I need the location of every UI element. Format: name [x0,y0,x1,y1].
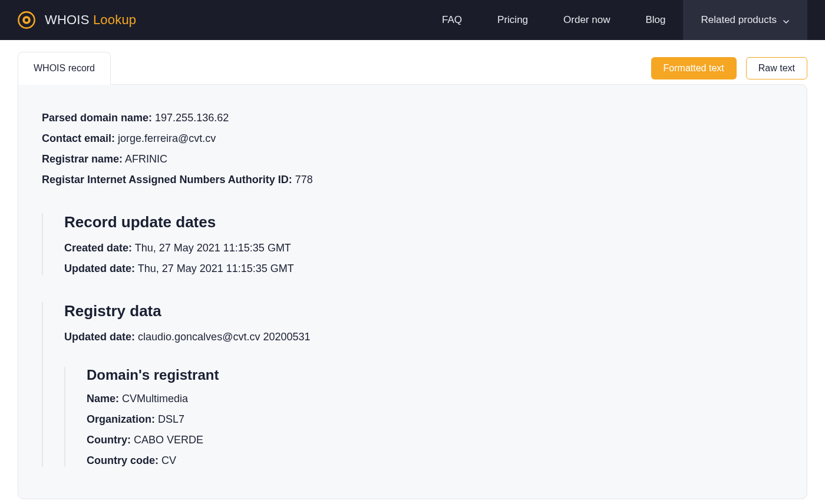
kv-value: 197.255.136.62 [155,112,229,124]
kv-value: jorge.ferreira@cvt.cv [118,132,216,144]
kv-value: Thu, 27 May 2021 11:15:35 GMT [138,263,294,274]
brand-logo-icon [16,10,37,30]
kv-created-date: Created date: Thu, 27 May 2021 11:15:35 … [64,242,783,254]
kv-registrant-organization: Organization: DSL7 [87,413,783,426]
kv-parsed-domain: Parsed domain name: 197.255.136.62 [42,112,783,124]
kv-iana-id: Registar Internet Assigned Numbers Autho… [42,174,783,186]
kv-label: Name: [87,393,119,404]
kv-registrant-name: Name: CVMultimedia [87,393,783,405]
view-toggle-actions: Formatted text Raw text [651,57,807,79]
kv-registrar-name: Registrar name: AFRINIC [42,153,783,165]
kv-value: CVMultimedia [122,393,188,404]
page: WHOIS record Formatted text Raw text Par… [0,40,825,504]
tab-whois-record[interactable]: WHOIS record [18,52,111,85]
kv-label: Contact email: [42,132,115,144]
subsection-domain-registrant: Domain's registrant Name: CVMultimedia O… [64,367,783,467]
tabs-row: WHOIS record Formatted text Raw text [18,52,807,85]
brand-word-lookup: Lookup [93,12,136,27]
kv-label: Country: [87,434,131,446]
nav-related-products[interactable]: Related products [683,0,807,40]
kv-label: Created date: [64,242,132,254]
kv-value: 778 [295,174,313,185]
nav-pricing[interactable]: Pricing [480,0,546,40]
kv-value: Thu, 27 May 2021 11:15:35 GMT [135,242,291,254]
whois-panel: Parsed domain name: 197.255.136.62 Conta… [18,84,807,499]
topbar: WHOIS Lookup FAQ Pricing Order now Blog … [0,0,825,40]
kv-value: DSL7 [158,413,184,425]
subsection-title: Domain's registrant [87,367,783,383]
nav-related-label: Related products [701,14,777,26]
kv-updated-date: Updated date: Thu, 27 May 2021 11:15:35 … [64,263,783,275]
section-registry-data: Registry data Updated date: claudio.gonc… [42,302,783,467]
kv-registrant-country-code: Country code: CV [87,455,783,467]
kv-label: Registrar name: [42,153,123,165]
brand-word-whois: WHOIS [45,12,90,27]
brand-title: WHOIS Lookup [45,12,136,28]
kv-value: CV [161,455,176,466]
section-title: Registry data [64,302,783,320]
svg-point-2 [25,18,28,22]
raw-text-button[interactable]: Raw text [746,57,807,79]
main-nav: FAQ Pricing Order now Blog Related produ… [424,0,807,40]
kv-value: claudio.goncalves@cvt.cv 20200531 [138,331,310,343]
kv-registrant-country: Country: CABO VERDE [87,434,783,446]
kv-label: Parsed domain name: [42,112,152,124]
kv-label: Organization: [87,413,155,425]
kv-value: AFRINIC [125,153,167,165]
section-record-update-dates: Record update dates Created date: Thu, 2… [42,213,783,275]
chevron-down-icon [783,16,790,24]
nav-order-now[interactable]: Order now [546,0,628,40]
kv-label: Registar Internet Assigned Numbers Autho… [42,174,292,185]
kv-contact-email: Contact email: jorge.ferreira@cvt.cv [42,132,783,145]
kv-registry-updated: Updated date: claudio.goncalves@cvt.cv 2… [64,331,783,343]
formatted-text-button[interactable]: Formatted text [651,57,737,79]
section-title: Record update dates [64,213,783,231]
kv-label: Updated date: [64,263,135,274]
kv-value: CABO VERDE [134,434,203,446]
nav-faq[interactable]: FAQ [424,0,480,40]
nav-blog[interactable]: Blog [628,0,683,40]
kv-label: Updated date: [64,331,135,343]
brand: WHOIS Lookup [16,10,136,30]
kv-label: Country code: [87,455,159,466]
